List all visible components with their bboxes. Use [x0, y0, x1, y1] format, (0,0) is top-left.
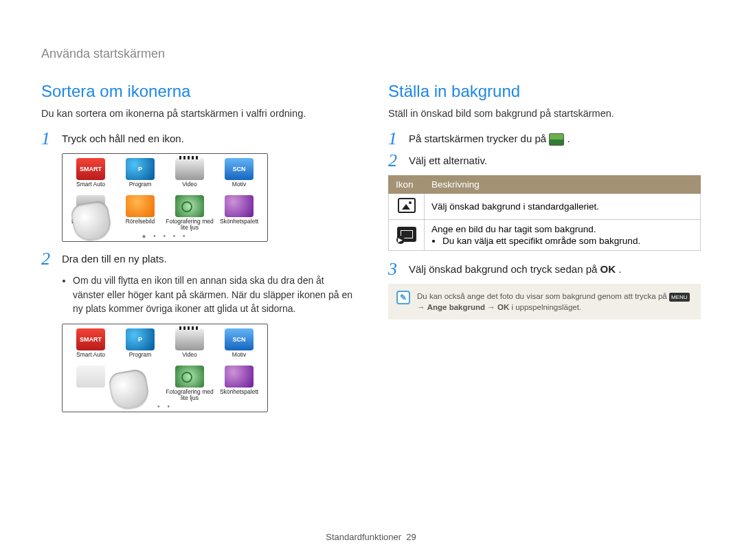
col-right: Ställa in bakgrund Ställ in önskad bild …	[388, 82, 701, 422]
right-step-3: 3 Välj önskad bakgrund och tryck sedan p…	[388, 262, 701, 278]
footer: Standardfunktioner 29	[0, 532, 742, 542]
right-step-2: 2 Välj ett alternativ.	[388, 153, 701, 170]
device-mockup-1: SMART Smart Auto P Program Video SCN Mot…	[62, 153, 268, 242]
app-label: Skönhetspalett	[220, 219, 258, 231]
text: Du kan också ange det foto du visar som …	[417, 292, 669, 300]
text: På startskärmen trycker du på	[409, 133, 549, 144]
table-row: Ange en bild du har tagit som bakgrund. …	[389, 220, 701, 251]
left-step-1: 1 Tryck och håll ned en ikon.	[41, 131, 354, 148]
text: →	[487, 303, 497, 311]
app-motiv: SCN Motiv	[215, 158, 263, 194]
app-smart-auto: SMART Smart Auto	[67, 328, 115, 364]
text: Välj önskad bakgrund och tryck sedan på	[409, 263, 600, 275]
text: Ange en bild du har tagit som bakgrund.	[431, 224, 596, 234]
note-box: ✎ Du kan också ange det foto du visar so…	[388, 284, 701, 320]
th-beskrivning: Beskrivning	[425, 176, 701, 194]
motiv-icon: SCN	[225, 328, 254, 350]
left-bullets: Om du vill flytta en ikon till en annan …	[62, 273, 354, 315]
device-mockup-2: SMART Smart Auto P Program Video SCN Mot…	[62, 324, 268, 412]
app-rorelsebild: Rörelsebild	[116, 195, 164, 231]
motiv-icon: SCN	[225, 158, 254, 180]
smart-auto-icon: SMART	[76, 158, 105, 180]
option-table: Ikon Beskrivning Välj önskad bakgrund i …	[388, 175, 701, 251]
right-title: Ställa in bakgrund	[388, 82, 701, 101]
gallery-icon	[398, 198, 416, 213]
user-image-icon	[397, 227, 416, 242]
left-intro: Du kan sortera om ikonerna på startskärm…	[41, 107, 354, 120]
left-step-2: 2 Dra den till en ny plats.	[41, 251, 354, 268]
cell-text: Välj önskad bakgrund i standardgalleriet…	[425, 194, 701, 220]
step-number: 3	[388, 260, 402, 278]
bullet-text: Om du vill flytta en ikon till en annan …	[73, 273, 354, 315]
page-dots: • •	[67, 403, 263, 410]
background-tile-icon	[549, 133, 564, 146]
bullet-text: Du kan välja ett specifikt område som ba…	[442, 236, 693, 246]
text-bold: Ange bakgrund	[427, 303, 485, 311]
app-program: P Program	[116, 158, 164, 194]
step-number: 2	[41, 250, 55, 268]
step-number: 1	[388, 130, 402, 148]
rorelsebild-icon	[126, 195, 155, 217]
step-number: 2	[388, 152, 402, 170]
text: i uppspelningsläget.	[511, 303, 581, 311]
app-label: Motiv	[232, 181, 246, 194]
smart-auto-icon: SMART	[76, 328, 105, 350]
app-fotografering: Fotografering med lite ljus	[166, 366, 214, 401]
page: Använda startskärmen Sortera om ikonerna…	[0, 0, 742, 422]
app-empty	[67, 366, 115, 401]
app-label: Skönhetspalett	[220, 389, 258, 401]
skonhetspalett-icon	[225, 195, 254, 217]
app-fotografering: Fotografering med lite ljus	[166, 195, 214, 231]
app-video: Video	[166, 328, 214, 364]
app-label: Video	[182, 181, 197, 194]
app-label: Program	[129, 181, 152, 194]
app-skonhetspalett: Skönhetspalett	[215, 195, 263, 231]
columns: Sortera om ikonerna Du kan sortera om ik…	[41, 82, 701, 422]
step-text: Välj önskad bakgrund och tryck sedan på …	[409, 262, 701, 277]
app-program: P Program	[116, 328, 164, 364]
menu-badge-icon: MENU	[669, 293, 690, 302]
table-row: Välj önskad bakgrund i standardgalleriet…	[389, 194, 701, 220]
th-ikon: Ikon	[389, 176, 425, 194]
program-icon: P	[126, 328, 155, 350]
step-text: På startskärmen trycker du på .	[409, 131, 701, 146]
fotografering-icon	[175, 195, 204, 217]
app-smart-auto: SMART Smart Auto	[67, 158, 115, 194]
app-label: Fotografering med lite ljus	[166, 219, 214, 231]
col-left: Sortera om ikonerna Du kan sortera om ik…	[41, 82, 354, 422]
step-number: 1	[41, 130, 55, 148]
app-label: Smart Auto	[76, 352, 105, 364]
app-label: Video	[182, 352, 197, 364]
app-label: Fotografering med lite ljus	[166, 389, 214, 401]
ok-icon: OK	[600, 263, 616, 275]
step-text: Välj ett alternativ.	[409, 153, 701, 168]
app-label: Rörelsebild	[126, 219, 155, 231]
skonhetspalett-icon	[225, 366, 254, 388]
app-motiv: SCN Motiv	[215, 328, 263, 364]
step-text: Tryck och håll ned en ikon.	[62, 131, 354, 146]
program-icon: P	[126, 158, 155, 180]
app-label: Motiv	[232, 352, 246, 364]
app-label: Smart Auto	[76, 181, 105, 194]
app-video: Video	[166, 158, 214, 194]
text: .	[618, 263, 621, 275]
app-skonhetspalett: Skönhetspalett	[215, 366, 263, 401]
cell-text: Ange en bild du har tagit som bakgrund. …	[425, 220, 701, 251]
right-intro: Ställ in önskad bild som bakgrund på sta…	[388, 107, 701, 120]
left-title: Sortera om ikonerna	[41, 82, 354, 101]
video-icon	[175, 328, 204, 350]
step-text: Dra den till en ny plats.	[62, 251, 354, 267]
text: .	[567, 133, 570, 144]
text: →	[417, 303, 427, 311]
footer-section: Standardfunktioner	[326, 532, 401, 542]
note-text: Du kan också ange det foto du visar som …	[417, 291, 693, 313]
video-icon	[175, 158, 204, 180]
footer-page: 29	[406, 532, 416, 542]
placeholder-icon	[76, 366, 105, 388]
breadcrumb: Använda startskärmen	[41, 47, 701, 61]
right-step-1: 1 På startskärmen trycker du på .	[388, 131, 701, 148]
fotografering-icon	[175, 366, 204, 388]
ok-icon: OK	[497, 303, 509, 311]
app-label: Program	[129, 352, 152, 364]
note-icon: ✎	[396, 291, 410, 304]
